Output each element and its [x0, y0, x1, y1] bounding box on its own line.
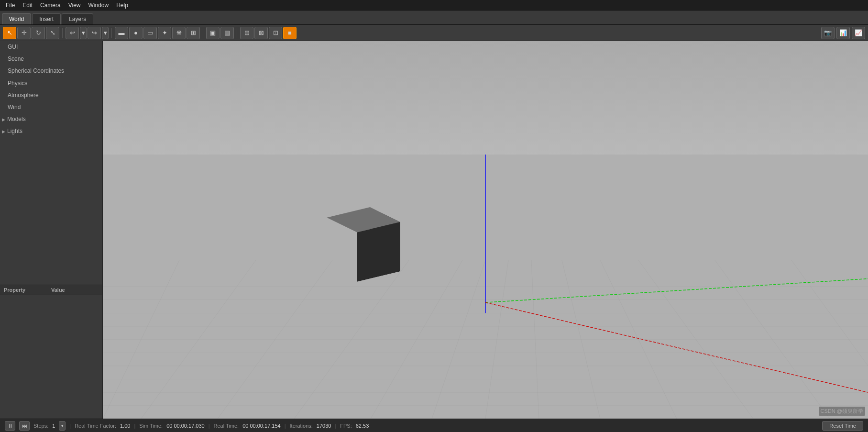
- tool-color[interactable]: ■: [283, 27, 297, 39]
- tool-graph[interactable]: 📈: [852, 27, 865, 39]
- cube-face-front: [357, 222, 400, 282]
- grid-overlay: [103, 155, 868, 419]
- tool-translate[interactable]: ✛: [17, 27, 31, 39]
- tab-world[interactable]: World: [2, 13, 31, 24]
- tool-cylinder[interactable]: ▭: [143, 27, 157, 39]
- fps-value: 62.53: [356, 423, 369, 429]
- tree-item-gui[interactable]: GUI: [0, 41, 102, 53]
- tool-box[interactable]: ▬: [115, 27, 128, 39]
- tool-snap2[interactable]: ▤: [220, 27, 234, 39]
- svg-line-25: [485, 302, 868, 392]
- viewport-3d[interactable]: CSDN @须臾所学: [103, 41, 868, 419]
- tree-item-spherical[interactable]: Spherical Coordinates: [0, 65, 102, 77]
- menu-edit[interactable]: Edit: [19, 1, 36, 10]
- menu-camera[interactable]: Camera: [36, 1, 65, 10]
- tool-link1[interactable]: ⊟: [240, 27, 253, 39]
- tool-mesh[interactable]: ⊞: [187, 27, 200, 39]
- fps-label: FPS:: [340, 423, 352, 429]
- models-arrow: ▶: [2, 116, 5, 123]
- tree-item-wind[interactable]: Wind: [0, 101, 102, 113]
- tool-undo-dropdown[interactable]: ▾: [80, 27, 87, 39]
- scene-background: [103, 41, 868, 419]
- menu-file[interactable]: File: [2, 1, 19, 10]
- ground-plane: [103, 155, 868, 419]
- sep-4: [237, 28, 237, 38]
- tree-item-models[interactable]: ▶ Models: [0, 113, 102, 125]
- prop-col2: Value: [51, 287, 99, 293]
- main-layout: GUI Scene Spherical Coordinates Physics …: [0, 41, 868, 419]
- tab-bar: World Insert Layers: [0, 11, 868, 25]
- property-header: Property Value: [0, 285, 102, 295]
- tool-camera-icon[interactable]: 📷: [821, 27, 835, 39]
- steps-dropdown[interactable]: ▾: [59, 421, 66, 431]
- tool-light[interactable]: ✦: [158, 27, 171, 39]
- tool-redo-dropdown[interactable]: ▾: [102, 27, 109, 39]
- cube-mesh: [342, 215, 385, 275]
- tool-snap1[interactable]: ▣: [206, 27, 220, 39]
- sep-3: [203, 28, 203, 38]
- sep-1: [62, 28, 63, 38]
- iterations-label: Iterations:: [290, 423, 313, 429]
- scene-tree: GUI Scene Spherical Coordinates Physics …: [0, 41, 102, 285]
- tool-link3[interactable]: ⊡: [269, 27, 282, 39]
- sim-time-label: Sim Time:: [139, 423, 163, 429]
- toolbar: ↖ ✛ ↻ ⤡ ↩ ▾ ↪ ▾ ▬ ● ▭ ✦ ❋ ⊞ ▣ ▤ ⊟ ⊠ ⊡ ■ …: [0, 25, 868, 41]
- statusbar: ⏸ ⏭ Steps: 1 ▾ | Real Time Factor: 1.00 …: [0, 419, 868, 432]
- steps-label: Steps:: [33, 423, 48, 429]
- property-panel: Property Value: [0, 285, 102, 419]
- menu-help[interactable]: Help: [112, 1, 132, 10]
- tool-rotate[interactable]: ↻: [32, 27, 45, 39]
- step-button[interactable]: ⏭: [19, 421, 30, 431]
- real-time-label: Real Time:: [214, 423, 239, 429]
- watermark: CSDN @须臾所学: [819, 407, 865, 416]
- left-panel: GUI Scene Spherical Coordinates Physics …: [0, 41, 103, 419]
- prop-col1: Property: [4, 287, 51, 293]
- steps-value: 1: [52, 423, 55, 429]
- svg-line-24: [485, 278, 868, 302]
- tab-insert[interactable]: Insert: [32, 13, 61, 24]
- tree-item-atmosphere[interactable]: Atmosphere: [0, 89, 102, 101]
- menu-view[interactable]: View: [65, 1, 85, 10]
- tool-model[interactable]: ❋: [172, 27, 186, 39]
- tool-undo[interactable]: ↩: [66, 27, 79, 39]
- real-time-value: 00 00:00:17.154: [242, 423, 281, 429]
- tree-item-scene[interactable]: Scene: [0, 53, 102, 65]
- pause-button[interactable]: ⏸: [5, 421, 15, 431]
- sim-time-value: 00 00:00:17.030: [166, 423, 205, 429]
- iterations-value: 17030: [317, 423, 331, 429]
- cube-object[interactable]: [337, 218, 390, 271]
- menubar: File Edit Camera View Window Help: [0, 0, 868, 11]
- tool-link2[interactable]: ⊠: [254, 27, 268, 39]
- tool-stats[interactable]: 📊: [836, 27, 850, 39]
- tool-redo[interactable]: ↪: [88, 27, 101, 39]
- menu-window[interactable]: Window: [85, 1, 113, 10]
- rt-factor-label: Real Time Factor:: [75, 423, 116, 429]
- rt-factor-value: 1.00: [120, 423, 130, 429]
- tab-layers[interactable]: Layers: [62, 13, 93, 24]
- tool-select[interactable]: ↖: [3, 27, 16, 39]
- tree-item-lights[interactable]: ▶ Lights: [0, 125, 102, 137]
- tree-item-physics[interactable]: Physics: [0, 78, 102, 89]
- tool-sphere[interactable]: ●: [129, 27, 143, 39]
- tool-scale[interactable]: ⤡: [46, 27, 59, 39]
- sep-2: [111, 28, 112, 38]
- lights-arrow: ▶: [2, 128, 5, 135]
- reset-time-button[interactable]: Reset Time: [822, 421, 863, 431]
